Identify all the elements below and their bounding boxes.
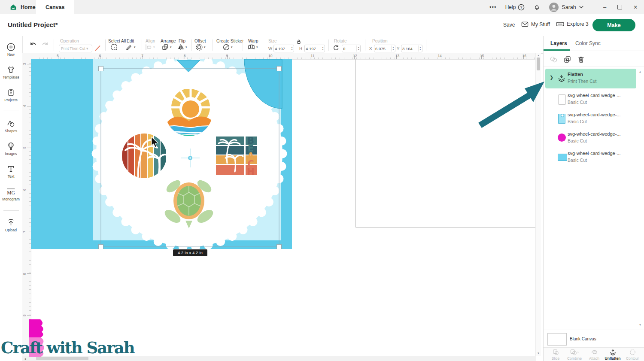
overflow-menu-button[interactable]: ••• [489,4,497,10]
selection-handle-top-right[interactable] [277,67,282,71]
rotate-stepper[interactable]: ▲▼ [356,46,360,52]
sidebar-item-projects[interactable]: Projects [0,88,22,102]
layers-scroll-down-icon[interactable]: ▼ [639,324,641,326]
position-x-field[interactable]: ▲▼ [374,45,395,52]
selection-handle-bottom-left[interactable] [99,245,103,249]
height-field[interactable]: ▲▼ [304,45,325,52]
flip-dropdown[interactable]: ▾ [177,43,187,51]
attach-button[interactable]: Attach [585,349,604,361]
position-y-stepper[interactable]: ▲▼ [418,46,422,52]
width-field[interactable]: ▲▼ [273,45,294,52]
layers-panel: Layers Color Sync ❯ Flatten Print Then C… [543,36,644,361]
rotate-field[interactable]: ▲▼ [342,45,361,52]
scroll-up-icon[interactable]: ▲ [537,54,540,57]
tab-layers[interactable]: Layers [550,36,567,51]
layers-scroll-up-icon[interactable]: ▲ [639,70,641,73]
sidebar-item-upload[interactable]: Upload [0,218,22,232]
warp-dropdown[interactable]: ▾ [247,43,258,51]
window-minimize-button[interactable]: – [603,4,606,10]
layer-row-flatten[interactable]: ❯ Flatten Print Then Cut [545,69,636,88]
height-stepper[interactable]: ▲▼ [321,46,325,52]
flip-label: Flip [179,39,185,43]
duplicate-icon[interactable] [563,55,571,64]
selection-size-badge: 4.2 in x 4.2 in [173,249,207,256]
slice-button[interactable]: Slice [546,349,565,361]
select-all-icon[interactable] [110,43,118,51]
my-stuff-button[interactable]: My Stuff [521,21,550,27]
group-icon[interactable] [550,55,558,64]
unflatten-button[interactable]: Unflatten [603,349,622,361]
width-input[interactable] [274,46,290,51]
home-logo-icon [9,3,17,11]
tab-canvas-label: Canvas [46,4,64,10]
selection-handle-bottom-right[interactable] [277,245,282,249]
expand-chevron-icon[interactable]: ❯ [550,75,553,80]
height-input[interactable] [305,46,321,51]
ruler-number: 14 [437,54,441,58]
sidebar-item-new[interactable]: New [0,42,22,57]
upload-icon [6,218,15,227]
layer-row[interactable]: svg-wheel-card-wedge-... Basic Cut [545,91,636,109]
slice-icon [552,349,559,356]
ruler-vertical: 3456789 [22,59,31,356]
layer-row[interactable]: svg-wheel-card-wedge-... Basic Cut [545,130,636,148]
position-y-field[interactable]: ▲▼ [401,45,422,52]
chevron-down-icon [579,6,583,9]
ruler-number: 4 [22,105,27,107]
sidebar-item-images[interactable]: Images [0,142,22,156]
layer-row[interactable]: svg-wheel-card-wedge-... Basic Cut [545,110,636,128]
user-menu[interactable]: Sarah [549,3,583,12]
position-x-stepper[interactable]: ▲▼ [391,46,395,52]
delete-trash-icon[interactable] [577,55,585,64]
make-button[interactable]: Make [592,19,635,31]
rotate-input[interactable] [342,46,356,51]
card-design-artwork[interactable]: B E A C H [31,59,292,249]
save-button[interactable]: Save [503,22,515,28]
scroll-left-icon[interactable]: ◀ [24,357,26,360]
layer-row[interactable]: svg-wheel-card-wedge-... Basic Cut [545,149,636,167]
selection-handle-top-left[interactable] [99,67,103,71]
sidebar-label: Monogram [0,197,22,201]
tab-color-sync[interactable]: Color Sync [575,36,601,51]
help-button[interactable]: Help ? [505,4,525,11]
redo-icon[interactable] [41,40,49,48]
ruler-horizontal: 5678910111213141516 [31,53,535,60]
sidebar-label: Upload [0,228,22,232]
sidebar-item-monogram[interactable]: MG Monogram [0,187,22,201]
offset-dropdown[interactable]: ▾ [195,43,206,51]
arrange-label: Arrange [161,39,176,43]
position-x-input[interactable] [374,46,391,51]
scroll-down-icon[interactable]: ▼ [537,352,540,355]
blank-canvas-label: Blank Canvas [570,337,596,341]
operation-dropdown[interactable]: Print Then Cut ▾ [59,45,92,52]
layer-type: Basic Cut [568,119,587,124]
images-icon [6,142,15,151]
sidebar-item-text[interactable]: Text [0,164,22,179]
size-lock-icon[interactable] [296,39,302,45]
create-sticker-dropdown[interactable]: ▾ [222,43,233,51]
blank-canvas-row[interactable]: Blank Canvas [544,330,644,348]
position-y-input[interactable] [401,46,418,51]
arrange-dropdown[interactable]: ▾ [161,43,172,51]
operation-label: Operation [60,39,79,43]
explore-label: Explore 3 [567,21,589,27]
horizontal-scroll-thumb[interactable] [36,357,88,360]
tab-canvas[interactable]: Canvas [36,0,74,14]
contour-button[interactable]: Contour [623,349,642,361]
notifications-bell-icon[interactable] [533,3,541,11]
window-close-button[interactable]: ✕ [633,4,638,10]
align-dropdown[interactable]: ▾ [145,43,155,51]
vertical-scroll-thumb[interactable] [537,58,540,70]
operation-color-pencil-icon[interactable] [94,45,101,52]
sidebar-item-templates[interactable]: Templates [0,65,22,79]
watermark-text: Craft with Sarah [1,338,134,357]
edit-dropdown[interactable]: ▾ [125,43,136,51]
combine-button[interactable]: Combine [565,349,584,361]
rotate-icon[interactable] [332,44,340,52]
undo-icon[interactable] [29,40,37,48]
width-stepper[interactable]: ▲▼ [290,46,294,52]
window-maximize-button[interactable] [617,5,622,9]
sidebar-item-shapes[interactable]: Shapes [0,119,22,133]
explore-machine-button[interactable]: Explore 3 [556,21,589,27]
ruler-number: 11 [311,54,315,58]
